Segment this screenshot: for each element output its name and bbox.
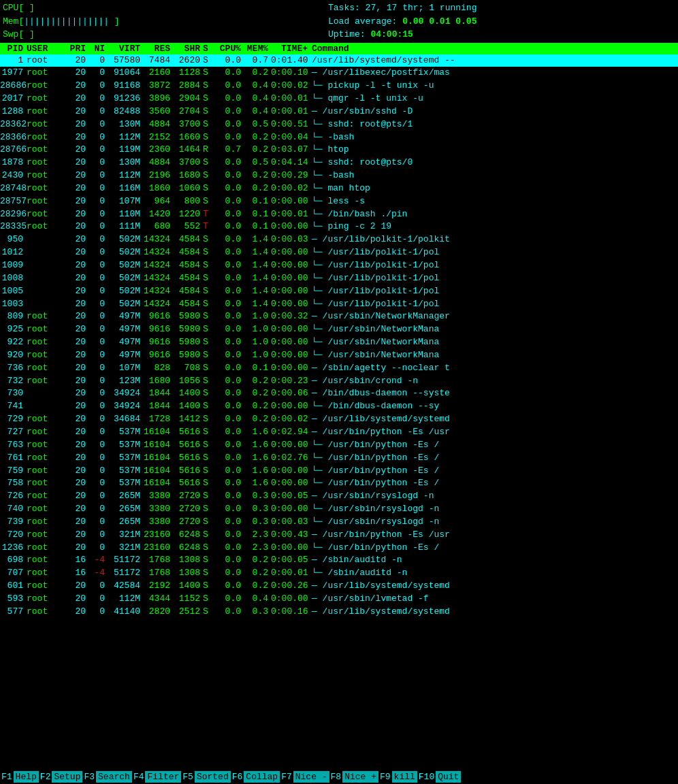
table-row[interactable]: 2017 root 20 0 91236 3896 2904 S 0.0 0.4… [0,93,678,105]
cell-s: S [203,465,214,478]
mem-bar-empty [109,16,114,27]
f3-label[interactable]: Search [96,771,132,783]
table-row[interactable]: 28686 root 20 0 91168 3872 2884 S 0.0 0.… [0,80,678,93]
cell-pri: 20 [64,195,88,208]
cell-pri: 20 [64,452,88,465]
table-row[interactable]: 732 root 20 0 123M 1680 1056 S 0.0 0.2 0… [0,375,678,388]
cell-cmd: └─ /usr/bin/python -Es / [310,477,678,490]
table-row[interactable]: 925 root 20 0 497M 9616 5980 S 0.0 1.0 0… [0,323,678,336]
table-row[interactable]: 1236 root 20 0 321M 23160 6248 S 0.0 2.3… [0,542,678,555]
f9-label[interactable]: kill [392,771,417,783]
f1-key[interactable]: F1 [0,771,14,783]
cell-user: root [26,490,64,503]
table-row[interactable]: 1003 20 0 502M 14324 4584 S 0.0 1.4 0:00… [0,298,678,311]
f9-key[interactable]: F9 [378,771,392,783]
table-row[interactable]: 28366 root 20 0 112M 2152 1660 S 0.0 0.2… [0,131,678,144]
f4-label[interactable]: Filter [145,771,181,783]
table-row[interactable]: 741 20 0 34924 1844 1400 S 0.0 0.2 0:00.… [0,400,678,413]
table-row[interactable]: 28748 root 20 0 116M 1860 1060 S 0.0 0.2… [0,182,678,195]
cell-time: 0:00.00 [271,336,310,349]
f6-key[interactable]: F6 [231,771,244,783]
table-row[interactable]: 707 root 16 -4 51172 1768 1308 S 0.0 0.2… [0,567,678,580]
cell-user: root [26,195,64,208]
table-row[interactable]: 922 root 20 0 497M 9616 5980 S 0.0 1.0 0… [0,336,678,349]
table-row[interactable]: 1008 20 0 502M 14324 4584 S 0.0 1.4 0:00… [0,272,678,285]
table-row[interactable]: 1977 root 20 0 91064 2160 1128 S 0.0 0.2… [0,67,678,80]
f5-label[interactable]: Sorted [195,771,231,783]
table-row[interactable]: 28757 root 20 0 107M 964 800 S 0.0 0.1 0… [0,195,678,208]
f8-key[interactable]: F8 [329,771,343,783]
cell-cpu: 0.0 [214,233,244,246]
table-row[interactable]: 593 root 20 0 112M 4344 1152 S 0.0 0.4 0… [0,593,678,606]
cell-time: 0:00.03 [271,516,310,529]
table-row[interactable]: 698 root 16 -4 51172 1768 1308 S 0.0 0.2… [0,554,678,567]
table-row[interactable]: 28766 root 20 0 119M 2360 1464 R 0.7 0.2… [0,144,678,157]
f1-label[interactable]: Help [14,771,39,783]
table-row[interactable]: 1012 20 0 502M 14324 4584 S 0.0 1.4 0:00… [0,246,678,259]
cell-cpu: 0.0 [214,285,244,298]
f3-key[interactable]: F3 [82,771,96,783]
cell-virt: 537M [108,426,143,439]
table-row[interactable]: 601 root 20 0 42584 2192 1400 S 0.0 0.2 … [0,580,678,593]
f7-label[interactable]: Nice - [293,771,329,783]
table-row[interactable]: 758 root 20 0 537M 16104 5616 S 0.0 1.6 … [0,477,678,490]
table-row[interactable]: 2430 root 20 0 112M 2196 1680 S 0.0 0.2 … [0,169,678,182]
cell-ni: 0 [88,580,108,593]
table-row[interactable]: 727 root 20 0 537M 16104 5616 S 0.0 1.6 … [0,426,678,439]
table-row[interactable]: 1 root 20 0 57580 7484 2620 S 0.0 0.7 0:… [0,54,678,67]
cell-ni: 0 [88,323,108,336]
table-row[interactable]: 729 root 20 0 34684 1728 1412 S 0.0 0.2 … [0,413,678,426]
table-row[interactable]: 1288 root 20 0 82488 3560 2704 S 0.0 0.4… [0,105,678,118]
cell-shr: 2620 [173,54,203,67]
f6-label[interactable]: Collap [244,771,280,783]
table-row[interactable]: 736 root 20 0 107M 828 708 S 0.0 0.1 0:0… [0,362,678,375]
cell-ni: 0 [88,542,108,555]
table-row[interactable]: 28296 root 20 0 110M 1420 1220 T 0.0 0.1… [0,208,678,221]
cell-cpu: 0.0 [214,387,244,400]
table-row[interactable]: 1005 20 0 502M 14324 4584 S 0.0 1.4 0:00… [0,285,678,298]
cell-pid: 925 [0,323,26,336]
col-pid-header: PID [0,44,26,54]
f2-key[interactable]: F2 [39,771,52,783]
table-row[interactable]: 577 root 20 0 41140 2820 2512 S 0.0 0.3 … [0,606,678,619]
table-row[interactable]: 1009 20 0 502M 14324 4584 S 0.0 1.4 0:00… [0,259,678,272]
cell-res: 1728 [143,413,173,426]
table-row[interactable]: 809 root 20 0 497M 9616 5980 S 0.0 1.0 0… [0,310,678,323]
cell-user: root [26,349,64,362]
table-row[interactable]: 730 20 0 34924 1844 1400 S 0.0 0.2 0:00.… [0,387,678,400]
cell-virt: 42584 [108,580,143,593]
table-row[interactable]: 761 root 20 0 537M 16104 5616 S 0.0 1.6 … [0,452,678,465]
cell-cpu: 0.0 [214,323,244,336]
f5-key[interactable]: F5 [181,771,195,783]
table-row[interactable]: 28335 root 20 0 111M 680 552 T 0.0 0.1 0… [0,220,678,233]
table-row[interactable]: 739 root 20 0 265M 3380 2720 S 0.0 0.3 0… [0,516,678,529]
table-row[interactable]: 763 root 20 0 537M 16104 5616 S 0.0 1.6 … [0,439,678,452]
swp-row: Swp[ ] [3,28,323,42]
cell-s: S [203,490,214,503]
cell-user: root [26,477,64,490]
table-row[interactable]: 920 root 20 0 497M 9616 5980 S 0.0 1.0 0… [0,349,678,362]
table-row[interactable]: 726 root 20 0 265M 3380 2720 S 0.0 0.3 0… [0,490,678,503]
table-row[interactable]: 950 20 0 502M 14324 4584 S 0.0 1.4 0:00.… [0,233,678,246]
table-row[interactable]: 720 root 20 0 321M 23160 6248 S 0.0 2.3 … [0,529,678,542]
cell-ni: 0 [88,503,108,516]
cell-user: root [26,220,64,233]
f10-key[interactable]: F10 [417,771,436,783]
cell-shr: 1060 [173,182,203,195]
cell-s: S [203,272,214,285]
table-row[interactable]: 759 root 20 0 537M 16104 5616 S 0.0 1.6 … [0,465,678,478]
table-row[interactable]: 28362 root 20 0 130M 4884 3700 S 0.0 0.5… [0,118,678,131]
f8-label[interactable]: Nice + [342,771,378,783]
cell-shr: 2512 [173,606,203,619]
cell-cpu: 0.0 [214,465,244,478]
f10-label[interactable]: Quit [436,771,461,783]
f4-key[interactable]: F4 [132,771,146,783]
f2-label[interactable]: Setup [52,771,82,783]
table-row[interactable]: 740 root 20 0 265M 3380 2720 S 0.0 0.3 0… [0,503,678,516]
f7-key[interactable]: F7 [280,771,293,783]
table-row[interactable]: 1878 root 20 0 130M 4884 3700 S 0.0 0.5 … [0,157,678,169]
cell-mem: 0.2 [244,387,271,400]
cell-shr: 2720 [173,490,203,503]
cell-user: root [26,580,64,593]
cell-pri: 20 [64,529,88,542]
